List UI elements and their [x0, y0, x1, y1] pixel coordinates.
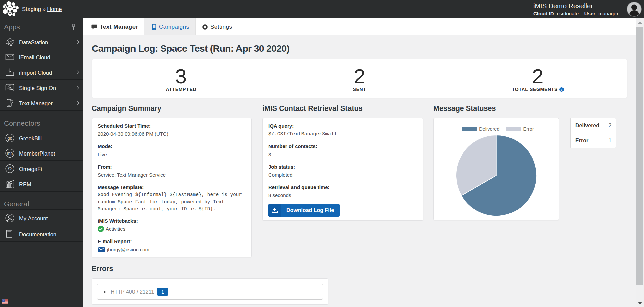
svg-text:gb: gb	[7, 136, 12, 141]
svg-text:mp: mp	[7, 151, 13, 156]
svg-text:?: ?	[560, 88, 563, 91]
svg-text:Ω: Ω	[8, 166, 12, 171]
